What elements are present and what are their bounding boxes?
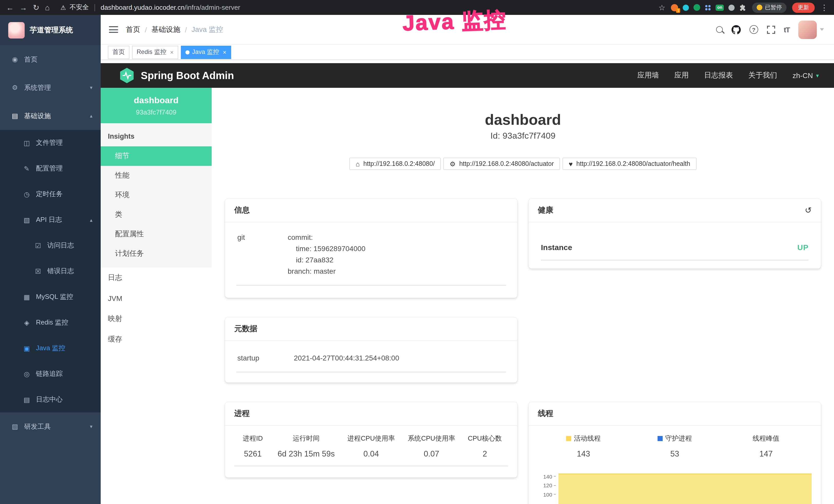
mysql-icon: ▦ bbox=[23, 293, 31, 301]
extension-icon[interactable] bbox=[728, 4, 734, 10]
sba-item-jvm[interactable]: JVM bbox=[101, 288, 212, 308]
tag-home[interactable]: 首页 bbox=[108, 45, 129, 59]
github-icon[interactable] bbox=[731, 25, 741, 34]
spring-boot-admin-logo[interactable] bbox=[119, 67, 135, 84]
browser-reload-icon[interactable]: ↻ bbox=[33, 4, 39, 11]
font-size-icon[interactable]: tT bbox=[784, 25, 790, 33]
sba-item-logs[interactable]: 日志 bbox=[101, 268, 212, 288]
column-header: 系统CPU使用率 bbox=[401, 434, 462, 443]
fullscreen-icon[interactable] bbox=[767, 25, 775, 33]
info-row-git: git commit: time: 1596289704000 id: 27aa… bbox=[236, 231, 506, 285]
hamburger-icon[interactable] bbox=[109, 26, 118, 33]
sidebar-item-mysql[interactable]: ▦ MySQL 监控 bbox=[0, 284, 101, 310]
sba-nav-applications[interactable]: 应用 bbox=[675, 71, 689, 80]
instance-url-button[interactable]: ⌂ http://192.168.0.2:48080/ bbox=[350, 158, 441, 170]
browser-forward-icon[interactable]: → bbox=[20, 4, 27, 11]
chevron-down-icon: ▾ bbox=[816, 72, 819, 79]
sidebar-item-infra[interactable]: ▤ 基础设施 ▴ bbox=[0, 102, 101, 130]
tag-java-monitor[interactable]: Java 监控 × bbox=[181, 45, 231, 59]
info-card: 信息 git commit: time: 1596289704000 id: 2… bbox=[225, 199, 517, 298]
y-tick-label: 140 bbox=[543, 474, 552, 480]
sidebar-item-log-center[interactable]: ▤ 日志中心 bbox=[0, 387, 101, 412]
sba-nav-about[interactable]: 关于我们 bbox=[748, 71, 777, 80]
sba-item-details[interactable]: 细节 bbox=[101, 146, 212, 166]
extension-badge: 1 bbox=[676, 8, 680, 13]
sidebar-item-error-log[interactable]: ☒ 错误日志 bbox=[0, 258, 101, 284]
instance-links: ⌂ http://192.168.0.2:48080/ ⚙ http://192… bbox=[225, 158, 821, 170]
extension-icon[interactable] bbox=[683, 4, 689, 10]
sidebar-item-label: 访问日志 bbox=[47, 241, 74, 250]
sba-item-caches[interactable]: 缓存 bbox=[101, 329, 212, 350]
sidebar-item-trace[interactable]: ◎ 链路追踪 bbox=[0, 361, 101, 387]
sba-item-metrics[interactable]: 性能 bbox=[101, 166, 212, 185]
sba-item-config-props[interactable]: 配置属性 bbox=[101, 224, 212, 244]
sidebar-item-java-monitor[interactable]: ▣ Java 监控 bbox=[0, 335, 101, 361]
health-url-button[interactable]: ♥ http://192.168.0.2:48080/actuator/heal… bbox=[563, 158, 696, 170]
sba-item-classes[interactable]: 类 bbox=[101, 205, 212, 224]
tag-label: Redis 监控 bbox=[137, 48, 167, 56]
tag-label: 首页 bbox=[112, 48, 125, 56]
sba-sidebar: dashboard 93a3fc7f7409 Insights 细节 性能 环境… bbox=[101, 88, 212, 504]
sba-instance-block[interactable]: dashboard 93a3fc7f7409 bbox=[101, 88, 212, 123]
extension-icon[interactable]: on bbox=[716, 4, 724, 10]
sidebar-item-system[interactable]: ⚙ 系统管理 ▾ bbox=[0, 73, 101, 102]
metadata-key: startup bbox=[236, 352, 294, 364]
chevron-down-icon: ▾ bbox=[90, 423, 92, 429]
chevron-down-icon: ▾ bbox=[90, 85, 92, 90]
sba-nav-journal[interactable]: 日志报表 bbox=[704, 71, 733, 80]
log-icon: ▧ bbox=[23, 216, 31, 224]
sba-item-environment[interactable]: 环境 bbox=[101, 185, 212, 205]
address-bar[interactable]: dashboard.yudao.iocoder.cn/infra/admin-s… bbox=[101, 4, 240, 11]
avatar bbox=[798, 20, 817, 39]
app-navbar: 首页 / 基础设施 / Java 监控 ? tT bbox=[101, 15, 834, 45]
sidebar-item-label: 链路追踪 bbox=[36, 369, 63, 379]
browser-back-icon[interactable]: ← bbox=[6, 4, 14, 11]
extensions-puzzle-icon[interactable] bbox=[739, 4, 746, 11]
paused-badge[interactable]: 已暂停 bbox=[752, 2, 787, 13]
sba-section-label: Insights bbox=[101, 123, 212, 146]
health-row-instance[interactable]: Instance UP bbox=[541, 243, 809, 260]
cell-cpu-cores: 2 bbox=[462, 449, 508, 459]
site-security-chip[interactable]: ⚠ 不安全 bbox=[60, 3, 89, 12]
legend-swatch-yellow bbox=[566, 436, 571, 441]
column-header: 进程CPU使用率 bbox=[341, 434, 401, 443]
sidebar-item-access-log[interactable]: ☑ 访问日志 bbox=[0, 233, 101, 258]
sidebar-item-redis[interactable]: ◈ Redis 监控 bbox=[0, 310, 101, 335]
history-icon[interactable]: ↺ bbox=[805, 206, 812, 214]
info-line: branch: master bbox=[288, 266, 366, 277]
card-title-label: 健康 bbox=[538, 205, 553, 215]
sidebar-item-label: MySQL 监控 bbox=[36, 292, 73, 301]
extension-icon[interactable] bbox=[705, 4, 711, 10]
app-logo[interactable]: 芋道管理系统 bbox=[0, 15, 101, 45]
browser-home-icon[interactable]: ⌂ bbox=[45, 4, 49, 11]
sidebar-item-job[interactable]: ◷ 定时任务 bbox=[0, 181, 101, 207]
sidebar-item-home[interactable]: ◉ 首页 bbox=[0, 45, 101, 73]
browser-menu-icon[interactable]: ⋮ bbox=[820, 4, 828, 11]
sba-item-mappings[interactable]: 映射 bbox=[101, 308, 212, 329]
user-menu[interactable] bbox=[798, 20, 824, 39]
extension-icon[interactable]: 1 bbox=[671, 4, 678, 11]
sba-language-select[interactable]: zh-CN ▾ bbox=[793, 71, 819, 79]
sidebar-item-dev-tools[interactable]: ▨ 研发工具 ▾ bbox=[0, 412, 101, 441]
sidebar-item-label: 错误日志 bbox=[47, 267, 74, 276]
actuator-url-button[interactable]: ⚙ http://192.168.0.2:48080/actuator bbox=[444, 158, 560, 170]
breadcrumb-item[interactable]: 基础设施 bbox=[152, 25, 180, 34]
tag-redis-monitor[interactable]: Redis 监控 × bbox=[132, 45, 178, 59]
help-icon[interactable]: ? bbox=[749, 25, 758, 34]
bookmark-star-icon[interactable]: ☆ bbox=[659, 4, 665, 11]
sidebar-item-label: 首页 bbox=[24, 55, 38, 64]
close-icon[interactable]: × bbox=[223, 48, 226, 56]
column-header: CPU核心数 bbox=[462, 434, 508, 443]
sba-item-scheduled-tasks[interactable]: 计划任务 bbox=[101, 244, 212, 264]
extension-icon[interactable] bbox=[694, 4, 700, 11]
sidebar-item-file[interactable]: ◫ 文件管理 bbox=[0, 130, 101, 156]
close-icon[interactable]: × bbox=[170, 48, 174, 56]
sidebar-item-api-log[interactable]: ▧ API 日志 ▴ bbox=[0, 207, 101, 233]
sba-navbar: Spring Boot Admin 应用墙 应用 日志报表 关于我们 zh-CN… bbox=[101, 63, 834, 88]
update-button[interactable]: 更新 bbox=[792, 2, 815, 13]
search-icon[interactable] bbox=[716, 26, 723, 33]
sidebar-item-config[interactable]: ✎ 配置管理 bbox=[0, 156, 101, 181]
breadcrumb-item[interactable]: 首页 bbox=[126, 25, 140, 34]
sba-nav-wall[interactable]: 应用墙 bbox=[637, 71, 659, 80]
cell-uptime: 6d 23h 15m 59s bbox=[271, 449, 341, 459]
